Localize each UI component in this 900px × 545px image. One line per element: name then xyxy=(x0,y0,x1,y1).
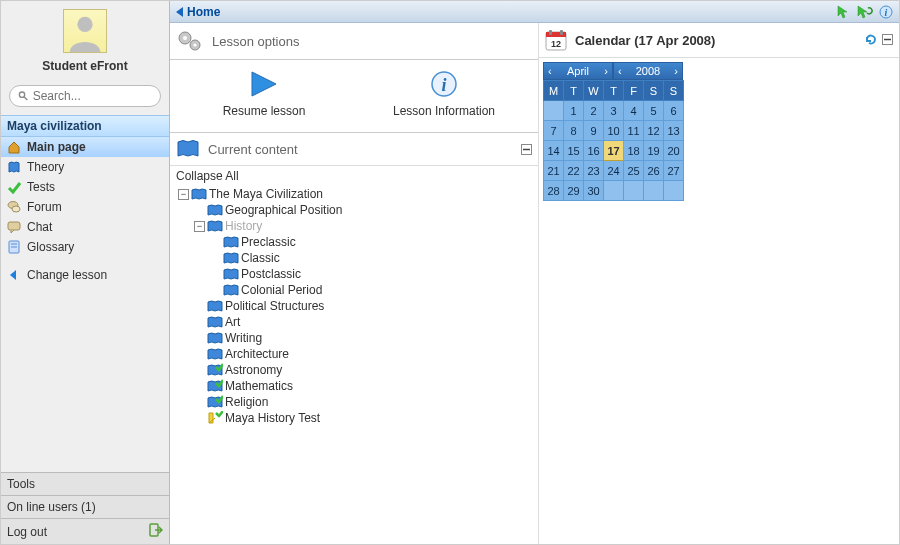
calendar-dow: S xyxy=(664,81,684,101)
calendar-day[interactable]: 25 xyxy=(624,161,644,181)
info-icon[interactable]: i xyxy=(879,5,893,19)
calendar-day[interactable]: 3 xyxy=(604,101,624,121)
tree-node[interactable]: Classic xyxy=(174,250,534,266)
calendar-day[interactable]: 23 xyxy=(584,161,604,181)
tree-node[interactable]: Architecture xyxy=(174,346,534,362)
sidebar-item-tests[interactable]: Tests xyxy=(1,177,169,197)
cursor-icon[interactable] xyxy=(837,5,851,19)
sidebar-item-glossary[interactable]: Glossary xyxy=(1,237,169,257)
calendar-day[interactable]: 22 xyxy=(564,161,584,181)
calendar-day[interactable]: 27 xyxy=(664,161,684,181)
collapse-panel-icon[interactable] xyxy=(521,144,532,155)
tree-node[interactable]: Political Structures xyxy=(174,298,534,314)
prev-month-icon[interactable] xyxy=(548,65,552,77)
tree-node[interactable]: −History xyxy=(174,218,534,234)
calendar-day[interactable]: 2 xyxy=(584,101,604,121)
calendar-dow: W xyxy=(584,81,604,101)
next-month-icon[interactable] xyxy=(604,65,608,77)
search-box[interactable] xyxy=(9,85,161,107)
back-icon[interactable] xyxy=(176,7,183,17)
collapse-all-link[interactable]: Collapse All xyxy=(170,166,538,186)
calendar-day[interactable]: 6 xyxy=(664,101,684,121)
calendar-day[interactable]: 7 xyxy=(544,121,564,141)
calendar-day[interactable]: 12 xyxy=(644,121,664,141)
open-book-icon xyxy=(176,139,200,159)
calendar-day[interactable]: 19 xyxy=(644,141,664,161)
svg-rect-5 xyxy=(8,222,20,230)
collapse-panel-icon[interactable] xyxy=(882,34,893,45)
calendar-day[interactable]: 26 xyxy=(644,161,664,181)
tree-node-label: History xyxy=(225,219,262,233)
calendar-day[interactable]: 17 xyxy=(604,141,624,161)
calendar-day[interactable]: 1 xyxy=(564,101,584,121)
book-icon xyxy=(207,219,223,233)
calendar-widget: April 2008 MTWTFSS1234567891011121314151… xyxy=(539,58,899,201)
next-year-icon[interactable] xyxy=(674,65,678,77)
svg-rect-22 xyxy=(549,30,552,35)
calendar-day[interactable]: 9 xyxy=(584,121,604,141)
tree-node[interactable]: Mathematics xyxy=(174,378,534,394)
calendar-day[interactable]: 5 xyxy=(644,101,664,121)
calendar-day[interactable]: 29 xyxy=(564,181,584,201)
content-columns: Lesson options Resume lesson i Lesson In… xyxy=(170,23,899,544)
tree-node[interactable]: Preclassic xyxy=(174,234,534,250)
calendar-day[interactable]: 13 xyxy=(664,121,684,141)
calendar-day[interactable]: 21 xyxy=(544,161,564,181)
calendar-day[interactable]: 28 xyxy=(544,181,564,201)
lesson-info-button[interactable]: i Lesson Information xyxy=(354,70,534,118)
calendar-dow: M xyxy=(544,81,564,101)
calendar-day[interactable]: 16 xyxy=(584,141,604,161)
sidebar-item-label: Chat xyxy=(27,220,52,234)
chat-icon xyxy=(7,220,21,234)
tree-node[interactable]: Writing xyxy=(174,330,534,346)
tree-node[interactable]: −The Maya Civilization xyxy=(174,186,534,202)
sidebar-item-forum[interactable]: Forum xyxy=(1,197,169,217)
prev-year-icon[interactable] xyxy=(618,65,622,77)
tools-row[interactable]: Tools xyxy=(1,472,169,495)
sidebar-item-main-page[interactable]: Main page xyxy=(1,137,169,157)
sidebar-item-theory[interactable]: Theory xyxy=(1,157,169,177)
avatar xyxy=(63,9,107,53)
tree-node[interactable]: Religion xyxy=(174,394,534,410)
tree-node[interactable]: Astronomy xyxy=(174,362,534,378)
tools-label: Tools xyxy=(7,477,35,491)
tree-node[interactable]: Colonial Period xyxy=(174,282,534,298)
logout-row[interactable]: Log out xyxy=(1,518,169,544)
calendar-day[interactable]: 30 xyxy=(584,181,604,201)
calendar-month: April xyxy=(567,65,589,77)
calendar-day[interactable]: 14 xyxy=(544,141,564,161)
change-lesson-link[interactable]: Change lesson xyxy=(1,265,169,285)
tree-node[interactable]: Art xyxy=(174,314,534,330)
calendar-day[interactable]: 20 xyxy=(664,141,684,161)
logout-icon xyxy=(149,523,163,540)
calendar-day[interactable]: 18 xyxy=(624,141,644,161)
calendar-month-nav[interactable]: April xyxy=(543,62,613,80)
tree-node-label: Preclassic xyxy=(241,235,296,249)
calendar-day[interactable]: 4 xyxy=(624,101,644,121)
quiz-icon xyxy=(207,411,223,425)
calendar-grid: MTWTFSS123456789101112131415161718192021… xyxy=(543,80,684,201)
tree-node[interactable]: Postclassic xyxy=(174,266,534,282)
tree-toggle-icon[interactable]: − xyxy=(194,221,205,232)
calendar-day[interactable]: 24 xyxy=(604,161,624,181)
book-icon xyxy=(207,299,223,313)
book-check-icon xyxy=(207,363,223,377)
calendar-day[interactable]: 10 xyxy=(604,121,624,141)
sidebar-item-label: Forum xyxy=(27,200,62,214)
sidebar-item-chat[interactable]: Chat xyxy=(1,217,169,237)
calendar-header: 12 Calendar (17 Apr 2008) xyxy=(539,23,899,58)
refresh-icon[interactable] xyxy=(864,34,878,46)
calendar-day[interactable]: 8 xyxy=(564,121,584,141)
sidebar-item-label: Theory xyxy=(27,160,64,174)
page-title: Home xyxy=(187,5,220,19)
cursor-refresh-icon[interactable] xyxy=(857,5,873,19)
tree-node[interactable]: Maya History Test xyxy=(174,410,534,426)
calendar-year-nav[interactable]: 2008 xyxy=(613,62,683,80)
calendar-day[interactable]: 11 xyxy=(624,121,644,141)
tree-node[interactable]: Geographical Position xyxy=(174,202,534,218)
tree-toggle-icon[interactable]: − xyxy=(178,189,189,200)
resume-lesson-button[interactable]: Resume lesson xyxy=(174,70,354,118)
calendar-day[interactable]: 15 xyxy=(564,141,584,161)
online-users-row[interactable]: On line users (1) xyxy=(1,495,169,518)
search-input[interactable] xyxy=(33,89,152,103)
